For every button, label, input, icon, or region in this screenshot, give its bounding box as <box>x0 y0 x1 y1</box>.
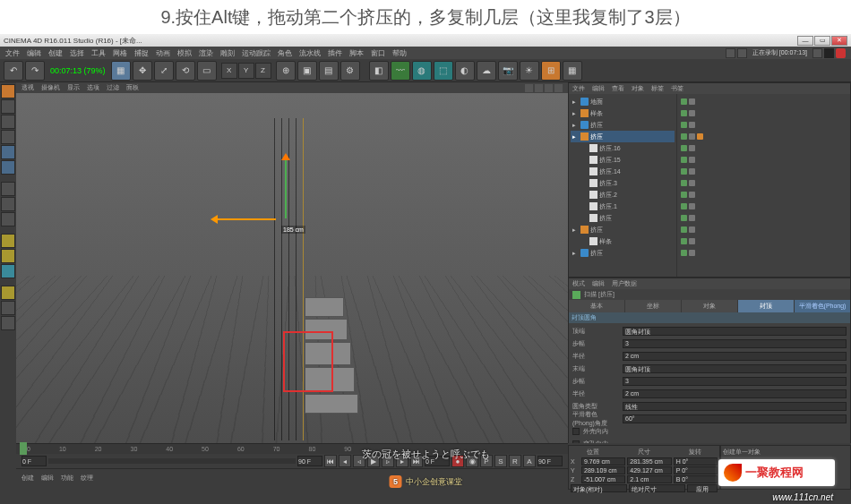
panel-menu-item[interactable]: 编辑 <box>592 84 605 93</box>
render-button[interactable]: ▣ <box>297 61 317 81</box>
coord-size-field[interactable]: 2.1 cm <box>627 475 671 483</box>
menu-item[interactable]: 雕刻 <box>220 48 235 58</box>
generator-button[interactable]: ◍ <box>412 61 432 81</box>
attribute-tab[interactable]: 对象 <box>682 300 737 312</box>
texture-mode-button[interactable] <box>1 99 15 114</box>
redo-button[interactable]: ↷ <box>25 61 45 81</box>
panel-menu-item[interactable]: 功能 <box>61 474 73 483</box>
visibility-dot[interactable] <box>681 98 687 105</box>
visibility-dot[interactable] <box>681 203 687 209</box>
menu-item[interactable]: 渲染 <box>199 48 213 58</box>
tree-expand-icon[interactable]: ▸ <box>572 98 579 106</box>
perspective-viewport[interactable]: 185 cm 网格间距: 100 cm <box>16 93 568 474</box>
visibility-dot[interactable] <box>689 238 695 244</box>
menu-item[interactable]: 文件 <box>5 48 20 58</box>
vp-config-icon[interactable] <box>545 84 553 92</box>
coord-apply-button[interactable]: 应用 <box>687 484 718 492</box>
panel-menu-item[interactable]: 对象 <box>632 84 644 93</box>
coord-size-field[interactable]: 429.127 cm <box>627 466 671 474</box>
object-tree-item[interactable]: ▸挤压 <box>571 131 675 142</box>
visibility-dot[interactable] <box>681 180 687 186</box>
undo-button[interactable]: ↶ <box>4 61 23 81</box>
viewport-menu-item[interactable]: 透视 <box>21 83 34 92</box>
panel-menu-item[interactable]: 用户数据 <box>612 279 637 288</box>
move-tool[interactable]: ✥ <box>133 61 152 81</box>
visibility-dot[interactable] <box>689 157 695 163</box>
visibility-dot[interactable] <box>689 122 695 128</box>
recent-tool[interactable]: ▭ <box>197 61 217 81</box>
menu-item[interactable]: 脚本 <box>349 48 364 58</box>
menu-item[interactable]: 动画 <box>156 48 170 58</box>
visibility-dot[interactable] <box>681 122 687 128</box>
menu-item[interactable]: 创建 <box>48 48 63 58</box>
camera-button[interactable]: 📷 <box>498 61 518 81</box>
scale-tool[interactable]: ⤢ <box>154 61 174 81</box>
deformer-button[interactable]: ◐ <box>455 61 475 81</box>
menu-item[interactable]: 帮助 <box>392 48 407 58</box>
lock-button[interactable] <box>1 212 15 226</box>
coord-pos-field[interactable]: -51.007 cm <box>581 475 625 483</box>
menu-item[interactable]: 工具 <box>91 48 106 58</box>
snap-settings-button[interactable] <box>1 234 15 248</box>
menu-item[interactable]: 网格 <box>113 48 127 58</box>
layout-icon[interactable] <box>737 48 747 58</box>
coord-system-button[interactable]: ⊕ <box>276 61 296 81</box>
axis-z-button[interactable]: Z <box>255 63 271 79</box>
visibility-dot[interactable] <box>689 133 695 140</box>
polygon-mode-button[interactable] <box>1 160 15 175</box>
visibility-dot[interactable] <box>689 110 695 116</box>
attribute-tab[interactable]: 封顶 <box>738 300 794 312</box>
viewport-menu-item[interactable]: 显示 <box>67 83 80 92</box>
select-tool[interactable]: ▦ <box>111 61 131 81</box>
object-tree-item[interactable]: ▸地面 <box>571 96 675 107</box>
workplane2-button[interactable] <box>1 197 15 211</box>
render-region-button[interactable]: ▤ <box>319 61 339 81</box>
viewport-menu-item[interactable]: 摄像机 <box>41 83 60 92</box>
panel-menu-item[interactable]: 纹理 <box>81 474 93 483</box>
vp-config-icon[interactable] <box>525 84 533 92</box>
attr-field[interactable]: 圆角封顶 <box>623 327 847 336</box>
clapper-icon[interactable] <box>824 48 834 58</box>
visibility-dot[interactable] <box>689 145 695 151</box>
coord-pos-field[interactable]: 289.109 cm <box>581 466 625 474</box>
visibility-dot[interactable] <box>681 226 687 233</box>
menu-item[interactable]: 模拟 <box>177 48 192 58</box>
visibility-dot[interactable] <box>681 192 687 198</box>
object-tree-item[interactable]: 挤压.1 <box>571 201 675 212</box>
tree-expand-icon[interactable]: ▸ <box>572 226 579 234</box>
visibility-dot[interactable] <box>689 98 695 105</box>
tree-expand-icon[interactable]: ▸ <box>572 133 579 141</box>
attr-field[interactable]: 3 <box>623 377 847 386</box>
visibility-dot[interactable] <box>689 250 695 256</box>
menu-item[interactable]: 编辑 <box>27 48 41 58</box>
viewport-menu-item[interactable]: 选项 <box>87 83 99 92</box>
environment-button[interactable]: ☁ <box>477 61 496 81</box>
attr-field[interactable]: 圆角封顶 <box>623 364 847 373</box>
panel-menu-item[interactable]: 文件 <box>572 84 585 93</box>
coord-rot-field[interactable]: P 0° <box>674 466 718 474</box>
object-tree-item[interactable]: ▸挤压 <box>571 247 675 259</box>
attr-field[interactable]: 线性 <box>623 402 847 411</box>
workplane-button[interactable] <box>1 115 15 129</box>
snap2-button[interactable] <box>1 249 15 263</box>
visibility-dot[interactable] <box>681 215 687 221</box>
panel-menu-item[interactable]: 标签 <box>651 84 664 93</box>
panel-menu-item[interactable]: 创建 <box>21 474 34 483</box>
visibility-dot[interactable] <box>689 215 695 221</box>
pencil-icon[interactable] <box>812 48 822 58</box>
generator2-button[interactable]: ⬚ <box>434 61 453 81</box>
object-tree-item[interactable]: ▸挤压 <box>571 119 675 131</box>
attribute-tab[interactable]: 坐标 <box>625 300 681 312</box>
vp-config-icon[interactable] <box>554 84 563 92</box>
object-tree-item[interactable]: 挤压.16 <box>571 142 675 154</box>
menu-item[interactable]: 角色 <box>278 48 292 58</box>
axis-y-button[interactable]: Y <box>238 63 254 79</box>
object-tree-item[interactable]: 挤压.14 <box>571 166 675 177</box>
snap5-button[interactable] <box>1 316 15 330</box>
attribute-tab[interactable]: 基本 <box>569 300 624 312</box>
minimize-button[interactable]: — <box>797 36 813 46</box>
attr-field[interactable]: 2 cm <box>623 352 847 361</box>
menu-item[interactable]: 流水线 <box>299 48 321 58</box>
edge-mode-button[interactable] <box>1 145 15 159</box>
object-tree-item[interactable]: 样条 <box>571 235 675 247</box>
